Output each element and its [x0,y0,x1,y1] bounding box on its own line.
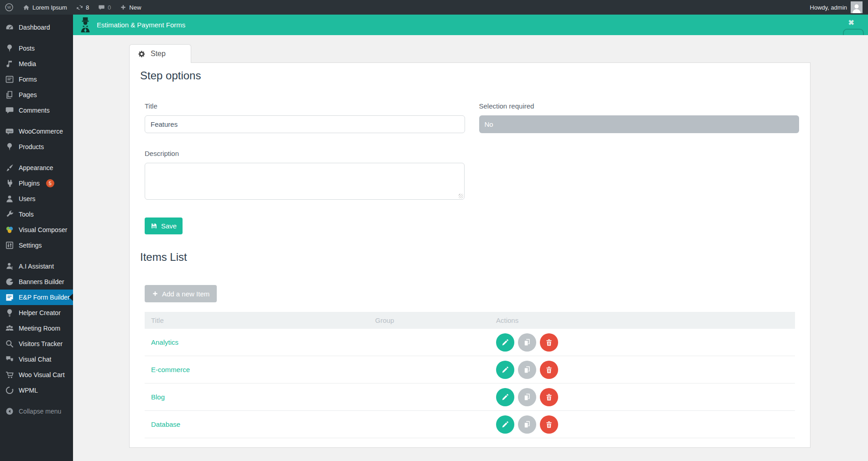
sidebar-item-comments[interactable]: Comments [0,103,73,118]
groups-icon [5,324,14,333]
plugins-update-badge: 5 [46,179,54,187]
sidebar-item-label: Plugins [19,180,40,187]
updates-link[interactable]: 8 [72,0,94,15]
sidebar-item-woocommerce[interactable]: WooCommerce [0,124,73,139]
new-content-menu[interactable]: New [115,0,146,15]
delete-button[interactable] [540,333,558,352]
comments-link[interactable]: 0 [94,0,115,15]
sidebar-item-label: Appearance [19,164,53,171]
sidebar-item-visitors-tracker[interactable]: Visitors Tracker [0,336,73,352]
sidebar-item-label: Forms [19,76,37,83]
column-header-title: Title [145,316,375,324]
user-icon [5,194,14,203]
updates-count: 8 [86,4,89,11]
delete-button[interactable] [540,415,558,434]
site-link[interactable]: Lorem Ipsum [18,0,72,15]
wrench-icon [5,210,14,219]
paintbrush-icon [5,163,14,172]
sidebar-item-woo-visual-cart[interactable]: Woo Visual Cart [0,367,73,383]
duplicate-button[interactable] [518,333,536,352]
resize-grip[interactable] [459,194,463,198]
person-silhouette-icon [851,2,862,13]
duplicate-button[interactable] [518,388,536,406]
collapse-menu-button[interactable]: Collapse menu [0,404,73,419]
item-title-link[interactable]: E-commerce [145,366,375,373]
step-options-heading: Step options [140,69,810,82]
edit-button[interactable] [496,388,514,406]
menu-separator [0,398,73,404]
close-icon[interactable]: ✖ [848,19,854,26]
sidebar-item-pages[interactable]: Pages [0,87,73,103]
item-title-link[interactable]: Analytics [145,338,375,346]
sidebar-item-banners-builder[interactable]: Banners Builder [0,274,73,290]
pencil-icon [501,366,509,374]
sidebar-item-settings[interactable]: Settings [0,238,73,253]
pencil-icon [501,338,509,347]
cart-icon [5,370,14,379]
table-row: Database [145,411,795,438]
sidebar-item-meeting-room[interactable]: Meeting Room [0,321,73,336]
corner-outline-decoration [843,29,864,35]
avatar[interactable] [851,1,863,13]
collapse-menu-label: Collapse menu [19,408,61,415]
tab-step-label: Step [151,50,166,58]
tab-step[interactable]: Step [129,44,191,63]
plug-icon [5,179,14,188]
sidebar-item-visual-composer[interactable]: Visual Composer [0,222,73,238]
sidebar-item-media[interactable]: Media [0,56,73,72]
delete-button[interactable] [540,388,558,406]
plugin-header-bar: Estimation & Payment Forms ✖ [73,15,868,35]
duplicate-button[interactable] [518,415,536,434]
sidebar-item-forms[interactable]: Forms [0,72,73,87]
sidebar-item-label: Comments [19,107,50,114]
plus-icon [120,4,126,10]
edit-button[interactable] [496,361,514,379]
copy-icon [523,393,531,401]
howdy-text[interactable]: Howdy, admin [810,4,847,11]
sidebar-item-ai-assistant[interactable]: A.I Assistant [0,259,73,274]
sidebar-item-label: E&P Form Builder [19,294,70,301]
delete-button[interactable] [540,361,558,379]
add-new-item-button[interactable]: Add a new Item [145,285,217,302]
selection-required-label: Selection required [479,102,800,110]
media-icon [5,59,14,68]
sidebar-item-dashboard[interactable]: Dashboard [0,20,73,35]
item-title-link[interactable]: Database [145,420,375,428]
copy-icon [523,420,531,429]
pushpin-icon [5,142,14,151]
sidebar-item-label: Visual Chat [19,356,51,363]
sidebar-item-label: Banners Builder [19,278,64,285]
admin-bar-right: Howdy, admin [810,0,868,15]
table-header: Title Group Actions [145,312,795,329]
wordpress-logo-icon [5,3,14,12]
sidebar-item-plugins[interactable]: Plugins 5 [0,176,73,191]
edit-button[interactable] [496,333,514,352]
title-input[interactable] [145,115,465,133]
sidebar-item-helper-creator[interactable]: Helper Creator [0,305,73,321]
sidebar-item-ep-form-builder[interactable]: E&P Form Builder [0,290,73,305]
column-header-actions: Actions [496,316,795,324]
sidebar-item-wpml[interactable]: WPML [0,383,73,398]
sidebar-item-tools[interactable]: Tools [0,207,73,222]
wordpress-menu[interactable] [0,0,18,15]
selection-required-group: Selection required No [479,102,800,133]
woo-badge-icon [5,127,14,136]
sidebar-item-visual-chat[interactable]: Visual Chat [0,352,73,367]
row-actions [496,333,795,352]
sidebar-item-users[interactable]: Users [0,191,73,207]
sidebar-item-appearance[interactable]: Appearance [0,160,73,176]
form-icon [5,75,14,84]
search-icon [5,339,14,348]
sidebar-item-posts[interactable]: Posts [0,41,73,56]
visual-composer-icon [5,225,14,234]
step-panel: Step options Title Selection required No… [129,62,810,448]
pencil-icon [501,420,509,429]
duplicate-button[interactable] [518,361,536,379]
item-title-link[interactable]: Blog [145,393,375,401]
description-textarea[interactable] [145,163,465,200]
edit-button[interactable] [496,415,514,434]
save-button[interactable]: Save [145,218,183,234]
sidebar-item-products[interactable]: Products [0,139,73,155]
title-field-group: Title [145,102,465,133]
active-item-arrow [69,294,73,301]
